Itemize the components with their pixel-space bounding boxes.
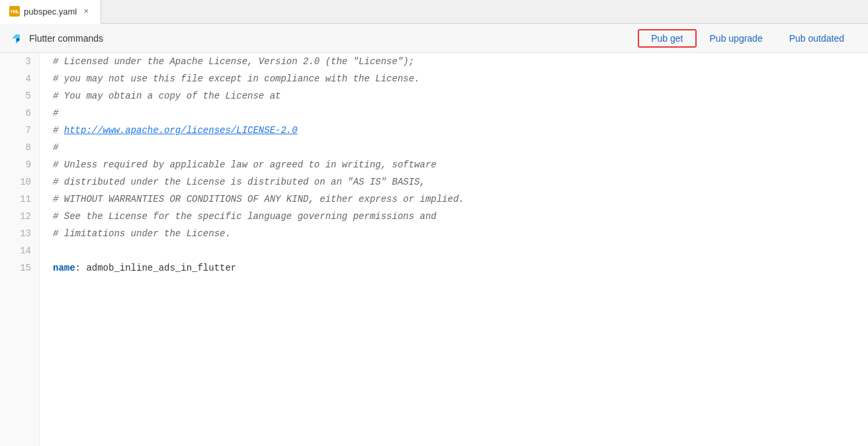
pub-outdated-button[interactable]: Pub outdated bbox=[776, 29, 857, 48]
code-line-7: # http://www.apache.org/licenses/LICENSE… bbox=[53, 122, 868, 139]
line-number: 12 bbox=[20, 208, 31, 225]
line-number: 9 bbox=[26, 156, 31, 173]
flutter-commands-group: Pub get Pub upgrade Pub outdated bbox=[638, 29, 857, 48]
line-number: 13 bbox=[20, 225, 31, 242]
editor-container: YML pubspec.yaml × Flutter commands Pub … bbox=[0, 0, 868, 446]
line-number: 6 bbox=[26, 105, 31, 122]
code-editor[interactable]: # Licensed under the Apache License, Ver… bbox=[40, 53, 868, 446]
line-number: 8 bbox=[26, 139, 31, 156]
code-line-11: # WITHOUT WARRANTIES OR CONDITIONS OF AN… bbox=[53, 191, 868, 208]
flutter-logo-icon bbox=[11, 32, 24, 45]
pub-get-button[interactable]: Pub get bbox=[638, 29, 696, 48]
line-numbers-gutter: 3 4 5 6 7 8 9 10 11 12 13 14 15 bbox=[0, 53, 40, 446]
code-line-13: # limitations under the License. bbox=[53, 225, 868, 242]
code-line-9: # Unless required by applicable law or a… bbox=[53, 156, 868, 173]
code-line-4: # you may not use this file except in co… bbox=[53, 70, 868, 87]
tab-close-button[interactable]: × bbox=[81, 6, 91, 17]
line-number: 11 bbox=[20, 191, 31, 208]
line-number: 4 bbox=[26, 70, 31, 87]
line-number: 15 bbox=[20, 259, 31, 277]
file-tab[interactable]: YML pubspec.yaml × bbox=[0, 0, 101, 24]
line-number: 3 bbox=[26, 53, 31, 70]
license-url-link[interactable]: http://www.apache.org/licenses/LICENSE-2… bbox=[64, 125, 298, 136]
code-line-3: # Licensed under the Apache License, Ver… bbox=[53, 53, 868, 70]
line-number: 5 bbox=[26, 87, 31, 105]
line-number: 7 bbox=[26, 122, 31, 139]
code-line-15: name: admob_inline_ads_in_flutter bbox=[53, 259, 868, 277]
editor-area: 3 4 5 6 7 8 9 10 11 12 13 14 15 # Licens… bbox=[0, 53, 868, 446]
tab-filename: pubspec.yaml bbox=[24, 7, 77, 17]
yaml-file-icon: YML bbox=[9, 6, 20, 17]
code-line-5: # You may obtain a copy of the License a… bbox=[53, 87, 868, 105]
flutter-commands-bar: Flutter commands Pub get Pub upgrade Pub… bbox=[0, 24, 868, 53]
code-line-6: # bbox=[53, 105, 868, 122]
pub-upgrade-button[interactable]: Pub upgrade bbox=[697, 29, 776, 48]
line-number: 14 bbox=[20, 242, 31, 259]
line-number: 10 bbox=[20, 173, 31, 191]
code-line-10: # distributed under the License is distr… bbox=[53, 173, 868, 191]
code-line-12: # See the License for the specific langu… bbox=[53, 208, 868, 225]
code-line-8: # bbox=[53, 139, 868, 156]
tab-bar: YML pubspec.yaml × bbox=[0, 0, 868, 24]
code-line-14 bbox=[53, 242, 868, 259]
flutter-commands-title: Flutter commands bbox=[29, 33, 638, 44]
